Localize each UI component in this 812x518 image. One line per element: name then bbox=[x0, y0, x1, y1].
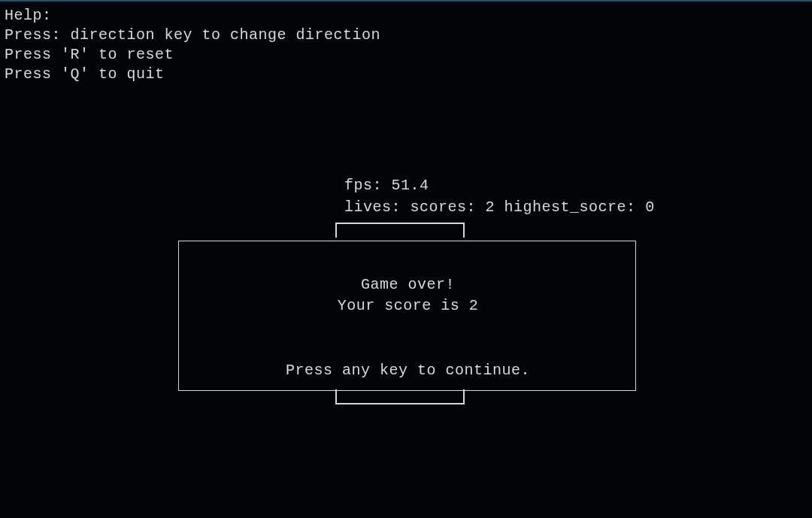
highest-value: 0 bbox=[645, 198, 655, 216]
help-line-quit: Press 'Q' to quit bbox=[5, 65, 807, 84]
score-line: lives: scores: 2 highest_socre: 0 bbox=[344, 196, 655, 218]
gameover-score-value: 2 bbox=[469, 297, 479, 314]
gameover-dialog-inner: Game over! Your score is 2 Press any key… bbox=[180, 241, 635, 390]
help-line-direction: Press: direction key to change direction bbox=[5, 26, 807, 45]
help-line-reset: Press 'R' to reset bbox=[5, 45, 807, 65]
help-title: Help: bbox=[5, 6, 807, 26]
dialog-top-bracket bbox=[335, 223, 465, 238]
gameover-prompt: Press any key to continue. bbox=[180, 360, 635, 381]
highest-label: highest_socre: bbox=[504, 198, 636, 216]
stats-block: fps: 51.4 lives: scores: 2 highest_socre… bbox=[344, 174, 655, 218]
gameover-dialog[interactable]: Game over! Your score is 2 Press any key… bbox=[178, 241, 636, 391]
gameover-score-line: Your score is 2 bbox=[180, 295, 635, 317]
scores-label: scores: bbox=[411, 198, 477, 216]
fps-value: 51.4 bbox=[392, 177, 429, 194]
lives-label: lives: bbox=[344, 198, 401, 216]
fps-label: fps: bbox=[344, 177, 382, 194]
fps-line: fps: 51.4 bbox=[344, 174, 655, 196]
help-text-block: Help: Press: direction key to change dir… bbox=[0, 2, 812, 84]
gameover-score-prefix: Your score is bbox=[338, 297, 460, 314]
dialog-bottom-bracket bbox=[335, 389, 465, 404]
scores-value: 2 bbox=[486, 198, 495, 216]
gameover-title: Game over! bbox=[180, 274, 635, 295]
